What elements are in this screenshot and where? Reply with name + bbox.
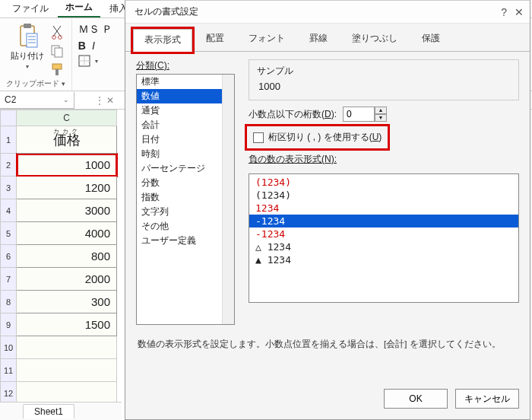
list-item[interactable]: 通貨 — [137, 103, 234, 118]
sheet-tab[interactable]: Sheet1 — [23, 404, 74, 418]
font-group: ＭＳ Ｐ B I ▾ — [72, 18, 119, 91]
list-item[interactable]: その他 — [137, 219, 234, 234]
help-icon[interactable]: ? — [501, 6, 507, 18]
row-header[interactable]: 9 — [0, 313, 17, 336]
ribbon-tab-file[interactable]: ファイル — [5, 0, 56, 18]
checkbox-icon[interactable] — [253, 132, 264, 143]
copy-icon[interactable] — [50, 44, 64, 58]
svg-rect-8 — [55, 69, 59, 75]
list-item[interactable]: 分数 — [137, 176, 234, 190]
cut-icon[interactable] — [51, 24, 63, 40]
list-item[interactable]: 指数 — [137, 190, 234, 205]
ok-button[interactable]: OK — [384, 389, 448, 409]
row-header[interactable]: 4 — [0, 199, 17, 222]
list-item[interactable]: 文字列 — [137, 205, 234, 219]
clipboard-group: 貼り付け ▾ クリップボード ▾ — [0, 18, 72, 91]
list-item[interactable]: 標準 — [137, 75, 234, 89]
ribbon-tab-home[interactable]: ホーム — [58, 0, 100, 18]
clipboard-group-label: クリップボード ▾ — [6, 78, 65, 89]
close-icon[interactable]: ✕ — [515, 6, 524, 18]
tab-fill[interactable]: 塗りつぶし — [341, 28, 408, 51]
negative-format-listbox[interactable]: (1234)(1234)1234-1234-1234△ 1234▲ 1234 — [249, 173, 519, 303]
list-item[interactable]: 会計 — [137, 118, 234, 132]
cell[interactable]: 1200 — [17, 177, 117, 199]
description-text: 数値の表示形式を設定します。小数点位置を揃える場合は、[会計] を選択してくださ… — [136, 325, 519, 350]
tab-alignment[interactable]: 配置 — [195, 28, 235, 51]
category-listbox[interactable]: 標準 数値 通貨 会計 日付 時刻 パーセンテージ 分数 指数 文字列 その他 … — [136, 74, 235, 325]
list-item[interactable]: 日付 — [137, 132, 234, 147]
negative-label: 負の数の表示形式(N): — [249, 153, 519, 166]
list-item[interactable]: -1234 — [249, 215, 518, 228]
spin-down-icon[interactable]: ▼ — [375, 114, 387, 122]
tab-number-format[interactable]: 表示形式 — [133, 29, 192, 52]
select-all-corner[interactable] — [0, 110, 17, 126]
row-header[interactable]: 7 — [0, 268, 17, 291]
separator-label: 桁区切り ( , ) を使用する(U) — [268, 131, 382, 144]
tab-border[interactable]: 罫線 — [299, 28, 338, 51]
list-item[interactable]: △ 1234 — [249, 240, 518, 253]
list-item[interactable]: (1234) — [249, 176, 518, 189]
format-cells-dialog: セルの書式設定 ? ✕ 表示形式 配置 フォント 罫線 塗りつぶし 保護 分類(… — [125, 0, 530, 420]
sample-box: サンプル 1000 — [249, 59, 519, 100]
cell[interactable]: 300 — [17, 291, 117, 313]
list-item[interactable]: (1234) — [249, 189, 518, 202]
format-painter-icon[interactable] — [50, 62, 64, 76]
spin-up-icon[interactable]: ▲ — [375, 107, 387, 114]
row-header[interactable]: 11 — [0, 359, 17, 382]
list-item[interactable]: -1234 — [249, 228, 518, 240]
row-header[interactable]: 10 — [0, 336, 17, 359]
list-item[interactable]: 時刻 — [137, 147, 234, 161]
font-name-box[interactable]: ＭＳ Ｐ — [78, 23, 113, 37]
decimals-input[interactable] — [343, 107, 375, 122]
row-header[interactable]: 5 — [0, 222, 17, 245]
row-header[interactable]: 6 — [0, 245, 17, 268]
dialog-body: 分類(C): 標準 数値 通貨 会計 日付 時刻 パーセンテージ 分数 指数 文… — [125, 51, 530, 380]
sheet-tabs: Sheet1 — [0, 402, 122, 420]
row-header[interactable]: 1 — [0, 126, 17, 154]
decimals-row: 小数点以下の桁数(D): ▲▼ — [249, 107, 519, 122]
row-header[interactable]: 3 — [0, 177, 17, 199]
header-ruby: カカク — [53, 127, 81, 135]
decimals-spinner[interactable]: ▲▼ — [343, 107, 387, 122]
fx-area: ⋮ ✕ — [74, 95, 119, 106]
paste-button[interactable]: 貼り付け ▾ — [8, 21, 47, 72]
dialog-titlebar: セルの書式設定 ? ✕ — [125, 1, 530, 24]
tab-protection[interactable]: 保護 — [411, 28, 451, 51]
svg-rect-2 — [27, 33, 37, 47]
sample-label: サンプル — [257, 65, 511, 78]
cell[interactable]: 1500 — [17, 313, 117, 336]
dialog-title: セルの書式設定 — [135, 5, 198, 18]
scrollbar[interactable] — [222, 75, 234, 324]
list-item[interactable]: ユーザー定義 — [137, 234, 234, 248]
list-item[interactable]: 数値 — [137, 89, 234, 103]
cell[interactable]: 2000 — [17, 268, 117, 291]
clipboard-icon — [17, 23, 38, 49]
decimals-label: 小数点以下の桁数(D): — [249, 108, 337, 121]
col-header-c[interactable]: C — [17, 110, 117, 126]
cell[interactable] — [17, 336, 117, 359]
name-box[interactable]: C2⌄ — [0, 92, 74, 109]
sample-value: 1000 — [257, 78, 511, 92]
list-item[interactable]: 1234 — [249, 202, 518, 215]
dialog-buttons: OK キャンセル — [125, 380, 530, 419]
category-label: 分類(C): — [136, 59, 235, 72]
bold-button[interactable]: B — [78, 40, 86, 52]
tab-font[interactable]: フォント — [238, 28, 296, 51]
paste-label: 貼り付け — [11, 50, 44, 62]
row-header[interactable]: 2 — [0, 154, 17, 177]
svg-rect-7 — [52, 64, 62, 69]
borders-button[interactable] — [78, 55, 90, 67]
cell[interactable]: 3000 — [17, 199, 117, 222]
dialog-tabs: 表示形式 配置 フォント 罫線 塗りつぶし 保護 — [125, 24, 530, 51]
cell-c2[interactable]: 1000 — [17, 154, 117, 177]
list-item[interactable]: ▲ 1234 — [249, 253, 518, 266]
header-cell[interactable]: カカク 価格 — [17, 126, 117, 154]
italic-button[interactable]: I — [92, 40, 95, 52]
list-item[interactable]: パーセンテージ — [137, 161, 234, 176]
cell[interactable] — [17, 359, 117, 382]
cancel-button[interactable]: キャンセル — [455, 389, 519, 409]
row-header[interactable]: 8 — [0, 291, 17, 313]
cell[interactable]: 4000 — [17, 222, 117, 245]
cell[interactable]: 800 — [17, 245, 117, 268]
thousands-separator-checkbox-row[interactable]: 桁区切り ( , ) を使用する(U) — [249, 128, 386, 147]
